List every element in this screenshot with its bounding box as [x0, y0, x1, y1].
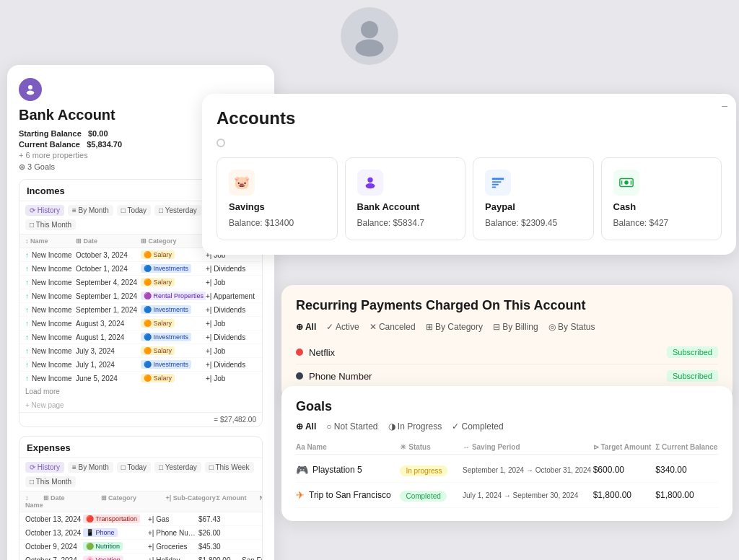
- netflix-status: Subscribed: [667, 346, 718, 358]
- exp-filter-today[interactable]: □ Today: [117, 462, 151, 473]
- exp-filter-history[interactable]: ⟳ History: [25, 462, 64, 473]
- table-row: ↑ New Income October 1, 2024 🔵 Investmen…: [19, 262, 262, 276]
- ps5-icon: 🎮: [296, 464, 308, 476]
- recurring-panel: Recurring Payments Charged On This Accou…: [281, 285, 733, 401]
- incomes-rows: ↑ New Income October 3, 2024 🟠 Salary +|…: [19, 248, 262, 385]
- cash-name: Cash: [613, 201, 710, 212]
- incomes-total: = $27,482.00: [19, 412, 262, 426]
- sf-status: Completed: [400, 491, 446, 502]
- account-card-cash[interactable]: Cash Balance: $427: [601, 157, 722, 240]
- sf-period: July 1, 2024 → September 30, 2024: [463, 491, 593, 499]
- expenses-filters: ⟳ History ≡ By Month □ Today □ Yesterday…: [19, 458, 262, 491]
- filter-yesterday[interactable]: □ Yesterday: [154, 205, 201, 216]
- recurring-filters: ⊕ All ✓ Active ✕ Canceled ⊞ By Category …: [296, 322, 718, 332]
- accounts-grid: 🐷 Savings Balance: $13400 Bank Account B…: [217, 157, 722, 240]
- goals-title: Goals: [296, 399, 718, 414]
- filter-today[interactable]: □ Today: [117, 205, 151, 216]
- table-row: ↑ New Income August 3, 2024 🟠 Salary +| …: [19, 317, 262, 331]
- new-page-incomes[interactable]: + New page: [19, 398, 262, 412]
- ps5-period: September 1, 2024 → October 31, 2024: [463, 466, 593, 474]
- expenses-section: Expenses ⟳ History ≡ By Month □ Today □ …: [19, 436, 263, 560]
- goal-filter-in-progress[interactable]: ◑ In Progress: [388, 421, 442, 432]
- account-card-savings[interactable]: 🐷 Savings Balance: $13400: [217, 157, 338, 240]
- exp-filter-yesterday[interactable]: □ Yesterday: [154, 462, 201, 473]
- savings-balance: Balance: $13400: [229, 218, 325, 228]
- rec-filter-canceled[interactable]: ✕ Canceled: [370, 322, 416, 332]
- rec-filter-status[interactable]: ◎ By Status: [548, 322, 595, 332]
- filter-history[interactable]: ⟳ History: [25, 205, 64, 216]
- goal-row-ps5: 🎮 Playstation 5 In progress September 1,…: [296, 458, 718, 483]
- svg-point-1: [356, 40, 384, 57]
- exp-filter-month[interactable]: ≡ By Month: [68, 462, 113, 473]
- paypal-name: Paypal: [485, 201, 582, 212]
- rec-filter-active[interactable]: ✓ Active: [326, 322, 359, 332]
- rec-filter-category[interactable]: ⊞ By Category: [426, 322, 483, 332]
- filter-by-month[interactable]: ≡ By Month: [68, 205, 113, 216]
- ps5-status: In progress: [400, 465, 447, 476]
- cash-balance: Balance: $427: [613, 218, 710, 228]
- rec-filter-billing[interactable]: ⊟ By Billing: [493, 322, 538, 332]
- netflix-name: Netflix: [309, 347, 335, 358]
- account-card-bank[interactable]: Bank Account Balance: $5834.7: [345, 157, 466, 240]
- goal-filter-all[interactable]: ⊕ All: [296, 421, 316, 432]
- table-row: ↑ New Income September 1, 2024 🔵 Investm…: [19, 303, 262, 317]
- recurring-row-netflix: Netflix Subscribed: [296, 341, 718, 364]
- filter-this-month[interactable]: □ This Month: [25, 219, 76, 230]
- col-category: ⊞ Category: [141, 237, 206, 245]
- sf-icon: ✈: [296, 489, 305, 501]
- goals-table-header: Aa Name ☀ Status ↔ Saving Period ⊳ Targe…: [296, 440, 718, 455]
- svg-rect-6: [492, 178, 504, 180]
- circle-indicator: [217, 139, 225, 147]
- bank-balance: Balance: $5834.7: [357, 218, 454, 228]
- phone-status: Subscribed: [667, 370, 718, 382]
- ps5-name: Playstation 5: [312, 465, 362, 475]
- load-more-incomes[interactable]: Load more: [19, 385, 262, 398]
- svg-rect-9: [492, 187, 497, 188]
- table-row: ↓ New Expense October 7, 2024 🌸 Vacation…: [19, 554, 262, 560]
- expenses-table-header: ↕ Name ⊞ Date ⊞ Category +| Sub-Category…: [19, 491, 262, 512]
- svg-point-4: [367, 178, 372, 183]
- table-row: ↑ New Income June 5, 2024 🟠 Salary +| Jo…: [19, 372, 262, 385]
- sf-name: Trip to San Francisco: [309, 490, 391, 500]
- expenses-title: Expenses: [19, 437, 262, 458]
- account-card-paypal[interactable]: Paypal Balance: $2309.45: [473, 157, 594, 240]
- paypal-icon: [485, 170, 511, 196]
- svg-rect-7: [492, 181, 502, 183]
- svg-point-5: [365, 183, 375, 188]
- phone-dot: [296, 372, 303, 380]
- rec-filter-all[interactable]: ⊕ All: [296, 322, 316, 332]
- savings-name: Savings: [229, 201, 325, 212]
- table-row: ↑ New Income August 1, 2024 🔵 Investment…: [19, 331, 262, 344]
- svg-point-3: [27, 91, 35, 95]
- goal-filter-not-started[interactable]: ○ Not Started: [326, 421, 377, 432]
- exp-filter-month2[interactable]: □ This Month: [25, 476, 76, 487]
- savings-icon: 🐷: [229, 170, 255, 196]
- table-row: ↓ New Expense October 13, 2024 📱 Phone +…: [19, 526, 262, 540]
- svg-rect-8: [492, 184, 499, 185]
- table-row: ↑ New Income July 3, 2024 🟠 Salary +| Jo…: [19, 344, 262, 358]
- svg-point-0: [361, 21, 378, 38]
- phone-name: Phone Number: [309, 371, 372, 382]
- cash-icon: [613, 170, 639, 196]
- accounts-panel: – Accounts 🐷 Savings Balance: $13400 Ban…: [202, 94, 736, 255]
- paypal-balance: Balance: $2309.45: [485, 218, 582, 228]
- user-avatar-small: [19, 78, 42, 101]
- accounts-title: Accounts: [217, 108, 722, 128]
- goals-filters: ⊕ All ○ Not Started ◑ In Progress ✓ Comp…: [296, 421, 718, 432]
- phone-service: Phone Number: [296, 371, 372, 382]
- netflix-dot: [296, 349, 303, 356]
- goals-panel: Goals ⊕ All ○ Not Started ◑ In Progress …: [281, 386, 733, 521]
- svg-point-2: [28, 85, 32, 89]
- bank-icon: [357, 170, 383, 196]
- svg-point-11: [624, 180, 629, 185]
- table-row: ↑ New Income September 4, 2024 🟠 Salary …: [19, 276, 262, 289]
- bank-name: Bank Account: [357, 201, 454, 212]
- exp-filter-week[interactable]: □ This Week: [205, 462, 254, 473]
- recurring-row-phone: Phone Number Subscribed: [296, 364, 718, 388]
- ps5-target: $600.00: [593, 465, 656, 475]
- goal-filter-completed[interactable]: ✓ Completed: [452, 421, 503, 432]
- expenses-rows: ↓ New Expense October 13, 2024 🔴 Transpo…: [19, 512, 262, 560]
- minimize-button[interactable]: –: [722, 100, 727, 111]
- ps5-balance: $340.00: [655, 465, 718, 475]
- profile-avatar-large: [341, 7, 398, 65]
